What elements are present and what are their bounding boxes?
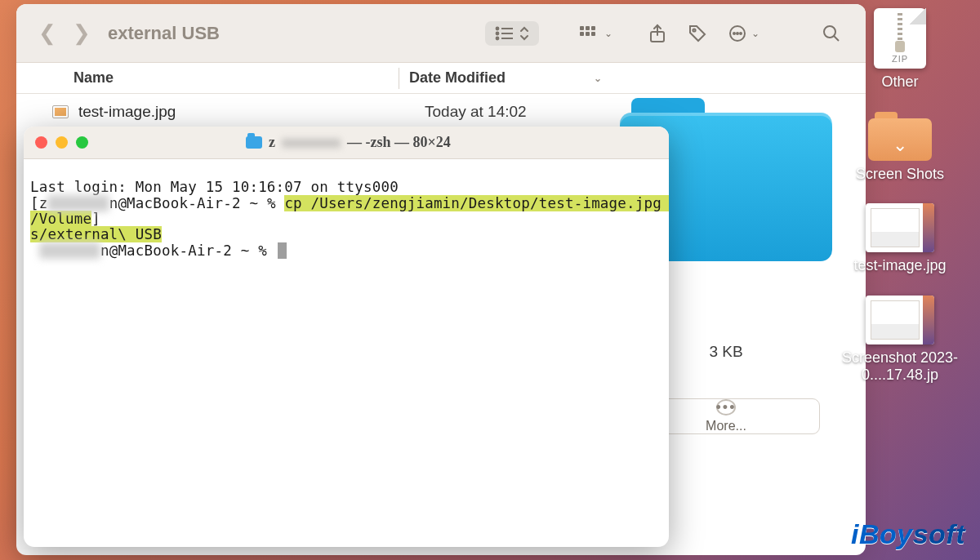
watermark-logo: iBoysoft [851,518,965,550]
column-date-header[interactable]: Date Modified ⌄ [399,69,610,87]
chevron-down-icon: ⌄ [751,28,760,39]
terminal-titlebar[interactable]: z xxxxxxxx — -zsh — 80×24 [24,127,669,159]
terminal-prompt-2: n@MacBook-Air-2 ~ % [100,242,267,259]
view-list-toggle[interactable] [485,21,539,46]
redacted-username: xxxxxxxx [282,134,341,151]
desktop-label: Other [881,73,918,91]
terminal-command-highlight-2: s/external\ USB [30,226,162,242]
more-dots-icon: ••• [716,399,736,416]
svg-rect-10 [586,32,590,36]
column-date-label: Date Modified [409,69,506,87]
close-button[interactable] [35,136,47,149]
share-button[interactable] [644,24,671,43]
preview-more-label: More... [706,419,746,433]
group-toggle[interactable]: ⌄ [575,26,617,41]
sort-chevron-icon: ⌄ [594,73,602,84]
terminal-body[interactable]: Last login: Mon May 15 10:16:07 on ttys0… [24,159,669,282]
svg-point-17 [737,33,738,34]
terminal-last-login: Last login: Mon May 15 10:16:07 on ttys0… [30,179,399,195]
chevron-down-icon: ⌄ [604,28,612,39]
tag-icon [688,24,707,43]
zip-archive-icon [874,8,926,69]
minimize-button[interactable] [56,136,68,149]
svg-rect-7 [586,26,590,30]
desktop-item-screenshot-file[interactable]: Screenshot 2023-0....17.48.jp [835,296,965,383]
terminal-title-suffix: — -zsh — 80×24 [347,134,451,151]
image-thumbnail-icon [866,296,934,344]
terminal-title-user: z [269,134,275,151]
desktop-item-screenshots[interactable]: ⌄ Screen Shots [835,112,965,183]
finder-title: external USB [108,23,220,44]
svg-point-14 [693,29,695,31]
terminal-cursor [278,242,287,259]
terminal-title: z xxxxxxxx — -zsh — 80×24 [96,134,600,151]
desktop-label: Screen Shots [856,166,944,183]
finder-toolbar: ❮ ❯ external USB ⌄ ⌄ [16,4,866,63]
terminal-prompt-1: n@MacBook-Air-2 ~ % [109,195,276,211]
share-icon [648,24,666,43]
redacted-text: xxxxxxx [47,195,109,211]
svg-point-2 [497,32,499,34]
updown-icon [519,26,529,41]
back-button[interactable]: ❮ [36,20,59,46]
list-icon [495,26,513,41]
more-circle-icon [728,24,750,43]
svg-rect-8 [591,26,595,30]
file-name: test-image.jpg [78,103,176,121]
svg-point-18 [740,33,742,34]
redacted-text: xxxxxxx [39,242,100,259]
svg-point-16 [733,33,735,34]
svg-point-19 [824,26,835,38]
desktop-item-other[interactable]: Other [835,8,965,91]
column-name-header[interactable]: Name [74,69,399,87]
grid-icon [580,26,601,41]
zoom-button[interactable] [76,136,88,149]
home-folder-icon [246,136,262,149]
desktop-label: Screenshot 2023-0....17.48.jp [835,349,965,383]
svg-rect-11 [591,32,595,36]
svg-rect-6 [580,26,584,30]
tags-button[interactable] [683,24,712,43]
desktop-icons: Other ⌄ Screen Shots test-image.jpg Scre… [835,8,965,383]
image-thumbnail-icon [866,203,934,252]
desktop-label: test-image.jpg [853,257,946,274]
svg-rect-9 [580,32,584,36]
folder-icon: ⌄ [868,112,932,161]
terminal-window: z xxxxxxxx — -zsh — 80×24 Last login: Mo… [24,127,669,547]
forward-button[interactable]: ❯ [70,20,93,46]
image-file-icon [52,105,69,118]
more-actions-button[interactable]: ⌄ [724,24,764,43]
finder-columns-header: Name Date Modified ⌄ [16,63,866,94]
svg-point-0 [497,27,499,29]
window-traffic-lights [35,136,88,149]
svg-point-4 [497,37,499,39]
terminal-cmd-part2: s/external\ USB [30,226,162,242]
desktop-item-test-image[interactable]: test-image.jpg [835,203,965,274]
